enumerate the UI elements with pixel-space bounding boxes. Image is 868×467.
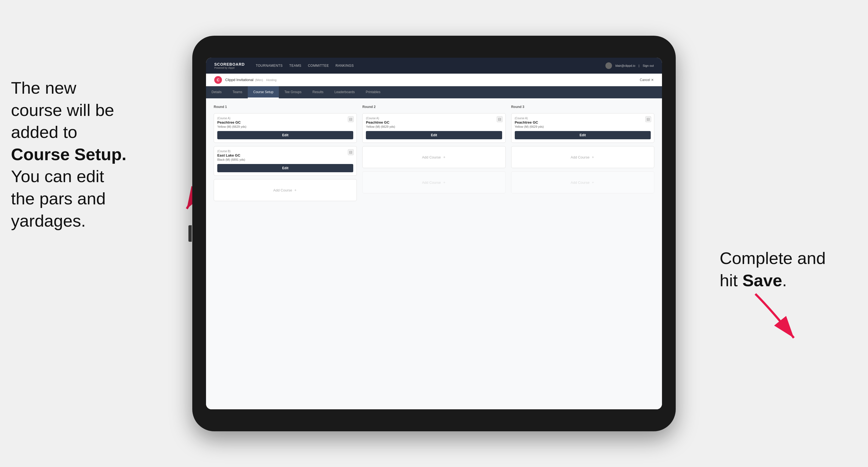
cancel-button[interactable]: Cancel ✕ xyxy=(640,78,654,82)
round-2-add-course-disabled-plus-icon: ＋ xyxy=(442,180,446,185)
tournament-status: Hosting xyxy=(266,78,276,82)
round-3-title: Round 3 xyxy=(511,105,654,109)
round-3-course-a-card: (Course A) Peachtree GC Yellow (M) (6629… xyxy=(511,113,654,143)
round-2-add-course-disabled-label: Add Course xyxy=(422,181,441,185)
scoreboard-logo: SCOREBOARD Powered by clippd xyxy=(214,62,245,69)
round-3-column: Round 3 (Course A) Peachtree GC Yellow (… xyxy=(511,105,654,201)
round-2-course-a-name: Peachtree GC xyxy=(366,120,502,124)
round-2-course-a-edit-button[interactable]: Edit xyxy=(366,131,502,139)
tab-results[interactable]: Results xyxy=(307,86,329,98)
round-1-course-a-tee: Yellow (M) (6629 yds) xyxy=(217,125,353,128)
nav-rankings[interactable]: RANKINGS xyxy=(335,63,354,69)
round-1-course-b-tee: Black (M) (6891 yds) xyxy=(217,158,353,161)
tablet-screen: SCOREBOARD Powered by clippd TOURNAMENTS… xyxy=(206,58,662,409)
round-3-course-a-tee: Yellow (M) (6629 yds) xyxy=(515,125,651,128)
round-3-add-course-disabled-label: Add Course xyxy=(570,181,589,185)
nav-committee[interactable]: COMMITTEE xyxy=(308,63,329,69)
tournament-gender: (Men) xyxy=(255,78,263,82)
round-1-course-b-edit-button[interactable]: Edit xyxy=(217,164,353,172)
tab-leaderboards[interactable]: Leaderboards xyxy=(329,86,360,98)
tournament-name: Clippd Invitational xyxy=(225,78,253,82)
nav-avatar xyxy=(606,62,612,69)
round-2-column: Round 2 (Course A) Peachtree GC Yellow (… xyxy=(362,105,505,201)
right-annotation: Complete and hit Save. xyxy=(720,247,851,291)
round-2-add-course-disabled: Add Course ＋ xyxy=(362,172,505,193)
round-1-course-a-label: (Course A) xyxy=(217,117,353,120)
round-3-course-a-edit-button[interactable]: Edit xyxy=(515,131,651,139)
nav-right: blair@clippd.io | Sign out xyxy=(606,62,654,69)
round-3-add-course-button[interactable]: Add Course ＋ xyxy=(511,146,654,168)
rounds-grid: Round 1 (Course A) Peachtree GC Yellow (… xyxy=(214,105,654,201)
round-1-course-b-label: (Course B) xyxy=(217,150,353,153)
tab-teams[interactable]: Teams xyxy=(227,86,248,98)
tablet-side-button xyxy=(188,225,192,242)
tab-course-setup[interactable]: Course Setup xyxy=(248,86,279,98)
round-1-course-a-name: Peachtree GC xyxy=(217,120,353,124)
round-3-course-a-name: Peachtree GC xyxy=(515,120,651,124)
round-2-add-course-button[interactable]: Add Course ＋ xyxy=(362,146,505,168)
nav-user-email: blair@clippd.io xyxy=(615,64,635,67)
round-2-course-a-card: (Course A) Peachtree GC Yellow (M) (6629… xyxy=(362,113,505,143)
round-3-course-a-label: (Course A) xyxy=(515,117,651,120)
tablet-frame: SCOREBOARD Powered by clippd TOURNAMENTS… xyxy=(192,36,676,431)
tournament-logo: C xyxy=(214,76,222,84)
round-1-column: Round 1 (Course A) Peachtree GC Yellow (… xyxy=(214,105,357,201)
nav-tournaments[interactable]: TOURNAMENTS xyxy=(256,63,283,69)
tab-printables[interactable]: Printables xyxy=(361,86,386,98)
round-2-title: Round 2 xyxy=(362,105,505,109)
round-1-title: Round 1 xyxy=(214,105,357,109)
round-1-course-b-name: East Lake GC xyxy=(217,153,353,157)
nav-signout[interactable]: Sign out xyxy=(643,64,654,67)
tab-bar: Details Teams Course Setup Tee Groups Re… xyxy=(206,86,662,98)
round-3-course-a-delete-button[interactable]: ⊟ xyxy=(645,116,651,122)
round-1-add-course-plus-icon: ＋ xyxy=(293,188,297,193)
tab-details[interactable]: Details xyxy=(206,86,227,98)
round-3-add-course-disabled-plus-icon: ＋ xyxy=(591,180,595,185)
round-3-add-course-plus-icon: ＋ xyxy=(591,155,595,160)
round-1-course-a-delete-button[interactable]: ⊟ xyxy=(348,116,354,122)
left-annotation: The new course will be added to Course S… xyxy=(11,77,165,232)
round-2-add-course-label: Add Course xyxy=(422,155,441,159)
arrow-right-icon xyxy=(734,288,805,343)
round-3-add-course-label: Add Course xyxy=(570,155,589,159)
round-1-add-course-label: Add Course xyxy=(273,188,292,192)
main-content: Round 1 (Course A) Peachtree GC Yellow (… xyxy=(206,98,662,409)
round-1-course-b-card: (Course B) East Lake GC Black (M) (6891 … xyxy=(214,146,357,176)
round-3-add-course-disabled: Add Course ＋ xyxy=(511,172,654,193)
tab-tee-groups[interactable]: Tee Groups xyxy=(279,86,307,98)
round-2-add-course-plus-icon: ＋ xyxy=(442,155,446,160)
round-2-course-a-delete-button[interactable]: ⊟ xyxy=(497,116,503,122)
logo-title: SCOREBOARD xyxy=(214,62,245,66)
nav-teams[interactable]: TEAMS xyxy=(289,63,301,69)
round-1-course-b-delete-button[interactable]: ⊟ xyxy=(348,149,354,155)
logo-subtitle: Powered by clippd xyxy=(214,66,245,69)
top-nav: SCOREBOARD Powered by clippd TOURNAMENTS… xyxy=(206,58,662,73)
nav-links: TOURNAMENTS TEAMS COMMITTEE RANKINGS xyxy=(256,63,606,69)
round-2-course-a-label: (Course A) xyxy=(366,117,502,120)
round-1-course-a-edit-button[interactable]: Edit xyxy=(217,131,353,139)
round-1-course-a-card: (Course A) Peachtree GC Yellow (M) (6629… xyxy=(214,113,357,143)
tournament-bar: C Clippd Invitational (Men) Hosting Canc… xyxy=(206,73,662,86)
round-1-add-course-button[interactable]: Add Course ＋ xyxy=(214,179,357,201)
round-2-course-a-tee: Yellow (M) (6629 yds) xyxy=(366,125,502,128)
